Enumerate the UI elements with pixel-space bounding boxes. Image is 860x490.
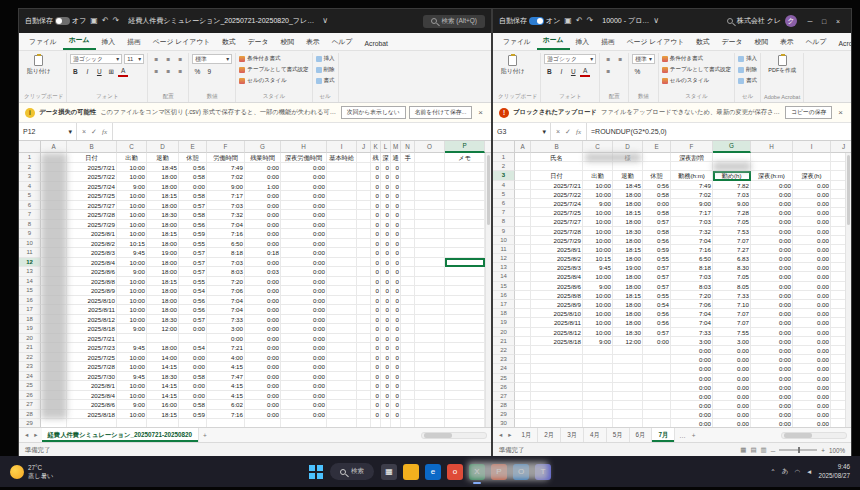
cell-P22[interactable] [445, 353, 485, 363]
cell-I15[interactable] [327, 286, 357, 296]
cell-D6[interactable]: 18:00 [613, 199, 643, 208]
cell-H7[interactable]: 0:00 [751, 208, 793, 217]
cell-E12[interactable]: 0:57 [179, 258, 207, 268]
cell-A8[interactable] [515, 217, 531, 226]
cell-C4[interactable]: 10:00 [583, 181, 613, 190]
cell-C28[interactable] [583, 401, 613, 410]
row-header-25[interactable]: 25 [19, 381, 41, 391]
cell-F20[interactable]: 7:33 [671, 328, 713, 337]
cell-M21[interactable]: 0 [391, 343, 401, 353]
cell-H29[interactable]: 0:00 [751, 410, 793, 419]
cell-I8[interactable]: 0.00 [793, 217, 831, 226]
row-header-29[interactable]: 29 [19, 419, 41, 427]
cell-A4[interactable] [41, 182, 67, 192]
save-icon[interactable]: ▣ [564, 17, 572, 25]
cell-N29[interactable] [401, 419, 415, 427]
sheet-tab-経費人件費シミュレーション_20250721-20250820[interactable]: 経費人件費シミュレーション_20250721-20250820 [42, 428, 200, 442]
cell-J26[interactable] [357, 391, 371, 401]
cell-D28[interactable] [613, 401, 643, 410]
cell-F22[interactable]: 4:00 [207, 353, 245, 363]
cell-H25[interactable]: 0:00 [751, 374, 793, 383]
cell-J29[interactable] [357, 419, 371, 427]
cell-L14[interactable]: 0 [381, 277, 391, 287]
row-header-13[interactable]: 13 [19, 267, 41, 277]
cell-O21[interactable] [415, 343, 445, 353]
cell-A8[interactable] [41, 220, 67, 230]
cell-P14[interactable] [445, 277, 485, 287]
row-header-18[interactable]: 18 [19, 315, 41, 325]
cell-N14[interactable] [401, 277, 415, 287]
cell-I26[interactable]: 0.00 [793, 383, 831, 392]
cell-G25[interactable]: 0:00 [245, 381, 281, 391]
cell-P18[interactable] [445, 315, 485, 325]
cell-F14[interactable]: 7:20 [207, 277, 245, 287]
cell-H1[interactable]: 深夜労働時間 [281, 153, 327, 163]
cell-F10[interactable]: 7:04 [671, 236, 713, 245]
cell-K16[interactable]: 0 [371, 296, 381, 306]
cell-B19[interactable]: 2025/8/11 [531, 318, 583, 327]
cell-F21[interactable]: 3:00 [671, 337, 713, 346]
cell-E27[interactable]: 0:58 [179, 400, 207, 410]
cell-B28[interactable]: 2025/8/18 [67, 410, 117, 420]
cell-O4[interactable] [415, 182, 445, 192]
cell-H24[interactable]: 0:00 [751, 364, 793, 373]
cell-D1[interactable]: 様 [613, 153, 643, 162]
cell-C19[interactable]: 9:00 [117, 324, 147, 334]
cell-G19[interactable]: 7.07 [713, 318, 751, 327]
align-left-button[interactable]: ≡ [151, 66, 161, 76]
column-header-I[interactable]: I [793, 141, 831, 153]
cell-B18[interactable]: 2025/8/12 [67, 315, 117, 325]
sheet-nav-right-icon[interactable]: ▸ [32, 431, 39, 439]
italic-button[interactable]: I [82, 67, 92, 77]
ribbon-tab-数式[interactable]: 数式 [690, 34, 716, 50]
column-header-C[interactable]: C [117, 141, 147, 153]
cell-K28[interactable]: 0 [371, 410, 381, 420]
cell-L10[interactable]: 0 [381, 239, 391, 249]
style-button-セルのスタイル[interactable]: セルのスタイル [662, 76, 731, 85]
cell-A24[interactable] [41, 372, 67, 382]
scroll-thumb[interactable] [847, 155, 850, 225]
cell-O14[interactable] [415, 277, 445, 287]
vertical-scrollbar[interactable] [845, 153, 851, 427]
column-header-G[interactable]: G [713, 141, 751, 153]
cell-F22[interactable]: 0:00 [671, 346, 713, 355]
cell-J18[interactable] [357, 315, 371, 325]
cell-H10[interactable]: 0:00 [281, 239, 327, 249]
cell-D26[interactable]: 14:15 [147, 391, 179, 401]
cell-K15[interactable]: 0 [371, 286, 381, 296]
cell-D3[interactable]: 18:00 [147, 172, 179, 182]
cell-I23[interactable]: 0.00 [793, 355, 831, 364]
ribbon-tab-ページ レイアウト[interactable]: ページ レイアウト [621, 34, 690, 50]
cell-G17[interactable]: 0:00 [245, 305, 281, 315]
row-header-11[interactable]: 11 [493, 245, 515, 254]
cell-I28[interactable]: 0.00 [793, 401, 831, 410]
cell-L7[interactable]: 0 [381, 210, 391, 220]
row-header-8[interactable]: 8 [493, 217, 515, 226]
cell-C16[interactable]: 10:00 [117, 296, 147, 306]
cell-F8[interactable]: 7:04 [207, 220, 245, 230]
cell-E10[interactable]: 0:55 [179, 239, 207, 249]
row-header-28[interactable]: 28 [493, 401, 515, 410]
cell-D26[interactable] [613, 383, 643, 392]
cell-L5[interactable]: 0 [381, 191, 391, 201]
cell-G12[interactable]: 6.83 [713, 254, 751, 263]
cell-E26[interactable] [643, 383, 671, 392]
cell-P23[interactable] [445, 362, 485, 372]
cell-G11[interactable]: 0:18 [245, 248, 281, 258]
cell-L22[interactable]: 0 [381, 353, 391, 363]
cell-H9[interactable]: 0:00 [281, 229, 327, 239]
cell-N6[interactable] [401, 201, 415, 211]
cell-N3[interactable] [401, 172, 415, 182]
cell-G5[interactable]: 7.03 [713, 190, 751, 199]
cell-F12[interactable]: 6:50 [671, 254, 713, 263]
row-header-20[interactable]: 20 [19, 334, 41, 344]
cell-B25[interactable]: 2025/8/1 [67, 381, 117, 391]
cells-button-削除[interactable]: 削除 [738, 65, 757, 74]
cell-O26[interactable] [415, 391, 445, 401]
cell-F4[interactable]: 7:49 [671, 181, 713, 190]
undo-icon[interactable]: ↶ [102, 17, 109, 25]
cell-A22[interactable] [515, 346, 531, 355]
cell-D16[interactable]: 18:15 [613, 291, 643, 300]
cells-button-挿入[interactable]: 挿入 [738, 54, 757, 63]
percent-style-button[interactable]: % [192, 66, 202, 76]
